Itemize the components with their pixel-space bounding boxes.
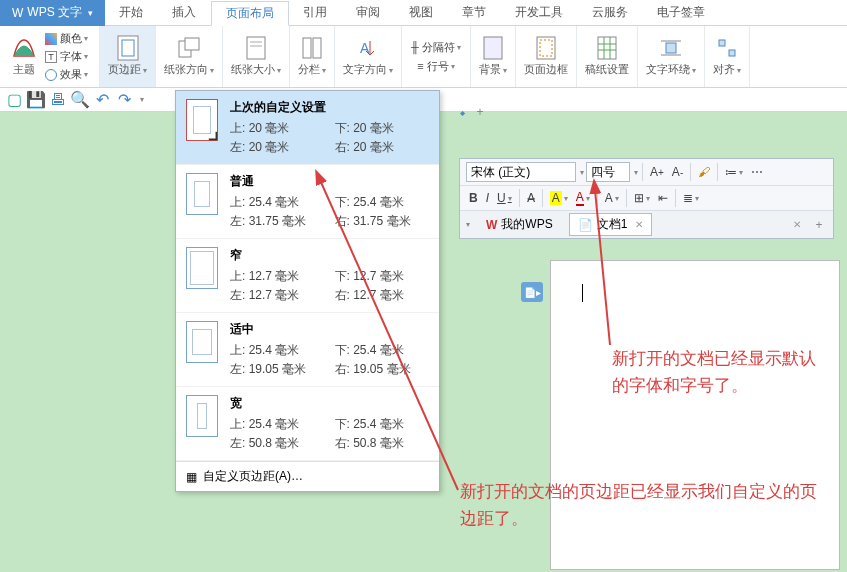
tab-scroll-left[interactable]: ▾ <box>466 220 470 229</box>
font-size-input[interactable] <box>586 162 630 182</box>
bullets-button[interactable]: ≔▾ <box>722 164 746 180</box>
ribbon-theme-group: 主题 颜色▾ T 字体▾ 效果▾ <box>0 26 100 87</box>
tab-signature[interactable]: 电子签章 <box>643 0 720 26</box>
numbering-button[interactable]: ≣▾ <box>680 190 702 206</box>
italic-button[interactable]: I <box>483 190 492 206</box>
align-button[interactable]: 对齐▾ <box>705 26 750 87</box>
new-tab-button[interactable]: + <box>470 105 490 119</box>
textdir-icon: A <box>356 36 380 60</box>
tab-reference[interactable]: 引用 <box>289 0 342 26</box>
tab-section[interactable]: 章节 <box>448 0 501 26</box>
wrap-button[interactable]: 文字环绕▾ <box>638 26 705 87</box>
highlight-button[interactable]: A▾ <box>547 190 571 206</box>
format-painter-button[interactable]: 🖌 <box>695 164 713 180</box>
margin-preset-last[interactable]: 上次的自定义设置 上: 20 毫米 下: 20 毫米 左: 20 毫米 右: 2… <box>176 91 439 165</box>
tab-view[interactable]: 视图 <box>395 0 448 26</box>
save-button[interactable]: 💾 <box>28 92 44 108</box>
textdir-button[interactable]: A 文字方向▾ <box>335 26 402 87</box>
undo-button[interactable]: ↶ <box>94 92 110 108</box>
manuscript-button[interactable]: 稿纸设置 <box>577 26 638 87</box>
redo-button[interactable]: ↷ <box>116 92 132 108</box>
border-button[interactable]: ⊞▾ <box>631 190 653 206</box>
font-name-dropdown[interactable]: ▾ <box>580 168 584 177</box>
linenum-icon: ≡ <box>417 60 423 72</box>
margin-preset-normal[interactable]: 普通 上: 25.4 毫米下: 25.4 毫米 左: 31.75 毫米右: 31… <box>176 165 439 239</box>
theme-icon <box>12 36 36 60</box>
tab-dev[interactable]: 开发工具 <box>501 0 578 26</box>
indent-button[interactable]: ⇤ <box>655 190 671 206</box>
title-bar: W WPS 文字 ▾ 开始 插入 页面布局 引用 审阅 视图 章节 开发工具 云… <box>0 0 847 26</box>
print-button[interactable]: 🖶 <box>50 92 66 108</box>
background-button[interactable]: 背景▾ <box>471 26 516 87</box>
size-button[interactable]: 纸张大小▾ <box>223 26 290 87</box>
preset-icon <box>186 395 218 437</box>
side-panel-handle[interactable]: 📄▸ <box>521 282 543 302</box>
annotation-margin: 新打开的文档的页边距已经显示我们自定义的页边距了。 <box>460 478 830 532</box>
svg-rect-22 <box>729 50 735 56</box>
font-name-input[interactable] <box>466 162 576 182</box>
shrink-font-button[interactable]: A- <box>669 164 686 180</box>
doc-tab-doc1[interactable]: 📄 文档1 ✕ <box>569 213 653 236</box>
svg-rect-13 <box>598 37 616 59</box>
preset-icon <box>186 173 218 215</box>
margin-preset-wide[interactable]: 宽 上: 25.4 毫米下: 25.4 毫米 左: 50.8 毫米右: 50.8… <box>176 387 439 461</box>
custom-margin-icon: ▦ <box>186 470 197 484</box>
text-cursor <box>582 284 583 302</box>
doc-tab-mywps[interactable]: W 我的WPS <box>478 214 561 235</box>
tab-indicator: ⬥ <box>459 105 466 119</box>
custom-margin-button[interactable]: ▦ 自定义页边距(A)… <box>176 461 439 491</box>
margin-button[interactable]: 页边距▾ <box>100 26 156 87</box>
app-logo-icon: W <box>12 6 23 20</box>
theme-color-button[interactable]: 颜色▾ <box>42 30 91 47</box>
columns-button[interactable]: 分栏▾ <box>290 26 335 87</box>
background-icon <box>481 36 505 60</box>
preset-icon <box>186 321 218 363</box>
margin-preset-moderate[interactable]: 适中 上: 25.4 毫米下: 25.4 毫米 左: 19.05 毫米右: 19… <box>176 313 439 387</box>
annotation-font: 新打开的文档已经显示默认的字体和字号了。 <box>612 345 832 399</box>
margin-dropdown: 上次的自定义设置 上: 20 毫米 下: 20 毫米 左: 20 毫米 右: 2… <box>175 90 440 492</box>
preview-button[interactable]: 🔍 <box>72 92 88 108</box>
margin-preset-narrow[interactable]: 窄 上: 12.7 毫米下: 12.7 毫米 左: 12.7 毫米右: 12.7… <box>176 239 439 313</box>
tab-cloud[interactable]: 云服务 <box>578 0 643 26</box>
tab-start[interactable]: 开始 <box>105 0 158 26</box>
ribbon: 主题 颜色▾ T 字体▾ 效果▾ 页边距▾ 纸张方向▾ 纸张大小▾ 分栏▾ A … <box>0 26 847 88</box>
more-button[interactable]: ⋯ <box>748 164 766 180</box>
app-menu[interactable]: W WPS 文字 ▾ <box>0 0 105 26</box>
manuscript-icon <box>595 36 619 60</box>
orientation-icon <box>177 36 201 60</box>
tab-page-layout[interactable]: 页面布局 <box>211 1 289 26</box>
new-button[interactable]: ▢ <box>6 92 22 108</box>
menu-tabs: 开始 插入 页面布局 引用 审阅 视图 章节 开发工具 云服务 电子签章 <box>105 0 720 26</box>
theme-effect-button[interactable]: 效果▾ <box>42 66 91 83</box>
tab-close-all[interactable]: ✕ <box>793 219 801 230</box>
preset-icon <box>186 247 218 289</box>
doc-tab-bar: ▾ W 我的WPS 📄 文档1 ✕ ✕ + <box>460 211 833 238</box>
tab-review[interactable]: 审阅 <box>342 0 395 26</box>
font-color-button[interactable]: A▾ <box>573 189 593 207</box>
font-size-dropdown[interactable]: ▾ <box>634 168 638 177</box>
tab-insert[interactable]: 插入 <box>158 0 211 26</box>
page-border-button[interactable]: 页面边框 <box>516 26 577 87</box>
theme-button[interactable]: 主题 <box>8 34 40 79</box>
bold-button[interactable]: B <box>466 190 481 206</box>
chevron-down-icon: ▾ <box>88 8 93 18</box>
breaks-button[interactable]: ╫ 分隔符▾ <box>408 39 464 56</box>
close-tab-button[interactable]: ✕ <box>635 219 643 230</box>
char-shading-button[interactable]: A▾ <box>602 190 622 206</box>
size-icon <box>244 36 268 60</box>
svg-rect-7 <box>303 38 311 58</box>
new-doc-tab-button[interactable]: + <box>809 218 829 232</box>
theme-font-button[interactable]: T 字体▾ <box>42 48 91 65</box>
wps-logo-icon: W <box>486 218 497 232</box>
preset-title: 上次的自定义设置 <box>230 99 429 116</box>
breaks-icon: ╫ <box>411 41 419 53</box>
svg-rect-18 <box>666 43 676 53</box>
grow-font-button[interactable]: A+ <box>647 164 667 180</box>
linenum-button[interactable]: ≡ 行号▾ <box>414 58 457 75</box>
underline-button[interactable]: U▾ <box>494 190 515 206</box>
orientation-button[interactable]: 纸张方向▾ <box>156 26 223 87</box>
svg-rect-8 <box>313 38 321 58</box>
qat-more[interactable]: ▾ <box>140 95 144 104</box>
strike-button[interactable]: A̶ <box>524 190 538 206</box>
doc-tab-strip-top: ⬥ + <box>459 100 490 124</box>
